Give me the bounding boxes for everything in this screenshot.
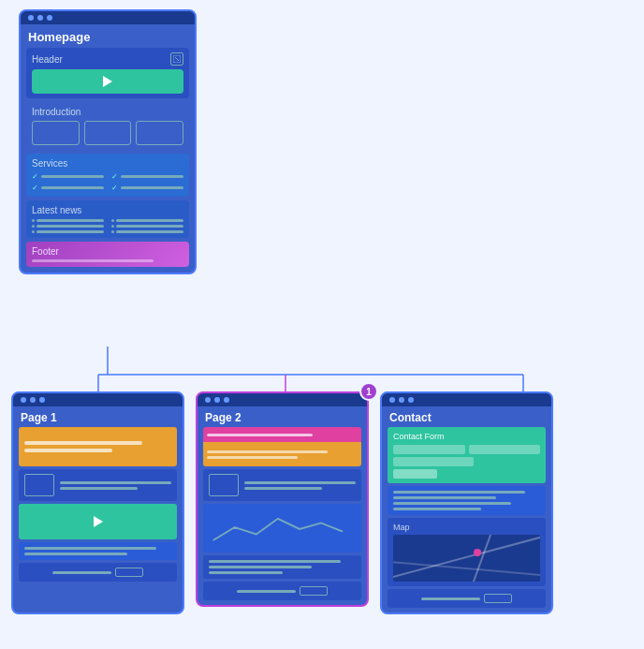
news-line-4: [116, 219, 183, 222]
homepage-frame: Homepage Header Introduction S: [19, 9, 197, 274]
page1-title: Page 1: [13, 406, 183, 427]
map-road-2: [472, 535, 492, 582]
contact-footer: [388, 589, 546, 608]
news-line-1: [37, 219, 104, 222]
contact-form-fields-row1: [393, 445, 540, 454]
news-rows: [32, 219, 183, 233]
bullet-3: [32, 230, 35, 233]
page1-frame: Page 1: [11, 391, 184, 614]
c-dot2: [399, 397, 404, 403]
dot3: [47, 15, 52, 21]
service-line-1: [41, 175, 104, 178]
intro-box-2: [84, 121, 132, 145]
check-icon-4: ✓: [111, 184, 118, 192]
page1-card-lines: [60, 481, 171, 490]
homepage-titlebar: [21, 11, 195, 24]
page2-text: [203, 555, 361, 579]
page2-card-line1: [244, 481, 356, 484]
contact-field-3[interactable]: [393, 457, 474, 466]
news-item-6: [111, 230, 183, 233]
news-label: Latest news: [32, 205, 183, 215]
contact-frame: Contact Contact Form: [380, 391, 553, 614]
services-label: Services: [32, 158, 183, 169]
services-section: Services ✓ ✓ ✓: [26, 154, 189, 197]
page2-hero-top: [203, 427, 361, 442]
page2-card-box: [209, 474, 239, 496]
bullet-2: [32, 225, 35, 228]
bullet-5: [111, 225, 114, 228]
c-dot3: [408, 397, 414, 403]
homepage-title: Homepage: [21, 24, 195, 48]
map-pin: [474, 549, 481, 556]
introduction-section: Introduction: [26, 102, 189, 150]
news-line-6: [116, 230, 183, 233]
page1-footer-btn: [115, 568, 143, 577]
video-button[interactable]: [32, 69, 183, 94]
p2-dot2: [214, 397, 220, 403]
footer-label: Footer: [32, 246, 183, 257]
page2-hero-top-line: [207, 434, 313, 436]
bullet-1: [32, 219, 35, 222]
page2-footer: [203, 582, 361, 600]
page2-wrapper: Page 2: [196, 391, 369, 614]
page1-card: [19, 469, 177, 501]
contact-field-2[interactable]: [469, 445, 541, 454]
page1-play-icon: [94, 516, 103, 527]
dot2: [37, 15, 43, 21]
news-col-2: [111, 219, 183, 233]
intro-box-1: [32, 121, 80, 145]
page1-card-line1: [60, 481, 171, 484]
contact-text-line2: [393, 496, 496, 499]
contact-title: Contact: [382, 406, 551, 427]
services-col-2: ✓ ✓: [111, 172, 183, 192]
p1-dot3: [39, 397, 45, 403]
page2-hero-bot-line1: [207, 450, 328, 453]
intro-box-3: [136, 121, 183, 145]
page1-card-box: [24, 474, 54, 496]
introduction-label: Introduction: [32, 107, 183, 117]
contact-text-line4: [393, 508, 481, 510]
page2-text-line2: [209, 566, 312, 568]
p2-dot1: [205, 397, 211, 403]
page2-title: Page 2: [198, 406, 367, 427]
page2-text-line1: [209, 560, 341, 563]
c-dot1: [389, 397, 395, 403]
chart-svg: [209, 509, 356, 548]
service-line-4: [121, 186, 183, 189]
services-rows: ✓ ✓ ✓ ✓: [32, 172, 183, 192]
contact-form-label: Contact Form: [393, 432, 540, 441]
contact-text-line3: [393, 502, 511, 505]
check-icon-2: ✓: [32, 184, 38, 192]
contact-map-block: Map: [388, 518, 546, 586]
contact-titlebar: [382, 393, 551, 406]
check-icon-3: ✓: [111, 172, 118, 181]
map-label: Map: [393, 523, 540, 532]
bullet-6: [111, 230, 114, 233]
header-icon: [170, 52, 183, 66]
header-section: Header: [26, 48, 189, 98]
svg-line-6: [175, 57, 179, 61]
contact-text-line1: [393, 491, 525, 494]
page2-hero: [203, 427, 361, 466]
intro-boxes: [32, 121, 183, 145]
page1-footer-line: [52, 571, 111, 574]
news-item-5: [111, 225, 183, 228]
map-area: [393, 535, 540, 582]
check-line-4: ✓: [111, 184, 183, 192]
contact-field-1[interactable]: [393, 445, 465, 454]
news-item-4: [111, 219, 183, 222]
page1-video: [19, 504, 177, 539]
page2-frame: Page 2: [196, 391, 369, 607]
news-item-3: [32, 230, 104, 233]
bullet-4: [111, 219, 114, 222]
news-section: Latest news: [26, 200, 189, 238]
check-line-1: ✓: [32, 172, 104, 181]
news-item-1: [32, 219, 104, 222]
contact-form-block: Contact Form: [388, 427, 546, 483]
page1-card-line2: [60, 487, 138, 490]
check-icon-1: ✓: [32, 172, 38, 181]
service-line-2: [41, 186, 104, 189]
check-line-3: ✓: [111, 172, 183, 181]
contact-submit-btn[interactable]: [393, 469, 437, 479]
page1-footer: [19, 563, 177, 582]
